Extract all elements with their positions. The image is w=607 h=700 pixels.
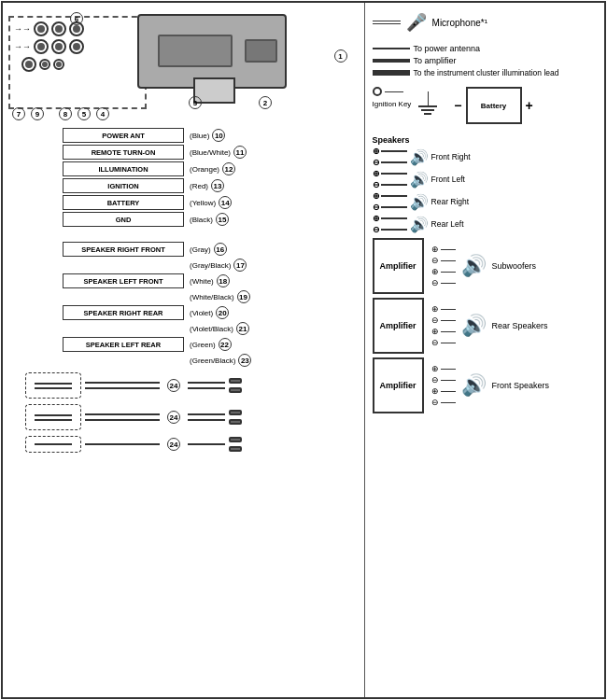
speaker-rear-left: ⊕ ⊖ 🔊 Rear Left <box>373 214 597 234</box>
illumination-label: ILLUMINATION <box>63 161 184 176</box>
battery-group: − Battery + <box>454 87 532 126</box>
legend-amplifier: To amplifier <box>373 56 597 65</box>
microphone-icon: 🎤 <box>406 12 427 33</box>
wire-spkr-rf2: (Gray/Black) 17 <box>63 259 360 272</box>
wire-battery: BATTERY (Yellow) 14 <box>63 195 360 210</box>
microphone-label: Microphone*¹ <box>432 18 487 28</box>
gnd-label: GND <box>63 212 184 227</box>
battery-label: Battery <box>481 102 507 110</box>
spkr-rr-label: SPEAKER RIGHT REAR <box>63 305 184 320</box>
microphone-row: 🎤 Microphone*¹ <box>373 12 597 33</box>
ignition-battery-section: Ignition Key − Battery + <box>373 87 597 126</box>
label-1: 1 <box>334 49 347 63</box>
rca-plugs-2 <box>229 410 242 425</box>
legend-section: To power antenna To amplifier To the ins… <box>373 44 597 77</box>
wire-gnd: GND (Black) 15 <box>63 212 360 227</box>
label-2: 2 <box>259 96 272 109</box>
legend-line-3 <box>373 70 410 76</box>
speaker-rear-right: ⊕ ⊖ 🔊 Rear Right <box>373 191 597 212</box>
power-wire-section: POWER ANT (Blue) 10 REMOTE TURN-ON (Blue… <box>63 128 360 227</box>
wire-spkr-rr2: (Violet/Black) 21 <box>63 322 360 335</box>
wire-remote: REMOTE TURN-ON (Blue/White) 11 <box>63 145 360 160</box>
spkr-rf-label: SPEAKER RIGHT FRONT <box>63 242 184 257</box>
amp-row-3: Amplifier ⊕ ⊖ ⊕ ⊖ <box>373 357 597 413</box>
ignition-key-label: Ignition Key <box>373 100 412 108</box>
mic-wire <box>373 21 401 24</box>
cd-slot <box>245 39 277 63</box>
remote-label: REMOTE TURN-ON <box>63 145 184 160</box>
rca-wire-middle-1 <box>85 382 160 389</box>
spkr-lf-label: SPEAKER LEFT FRONT <box>63 273 184 288</box>
legend-power-antenna: To power antenna <box>373 44 597 53</box>
head-unit-area: →→ →→ <box>7 10 360 122</box>
speaker-icon-rr: 🔊 <box>410 193 429 211</box>
left-panel: →→ →→ <box>3 3 365 697</box>
rca-row-1: 24 <box>25 372 360 399</box>
speaker-label-fr: Front Right <box>431 152 471 161</box>
rca-wire-middle-2 <box>85 413 160 421</box>
wire-spkr-lr2: (Green/Black) 23 <box>63 354 360 367</box>
wire-power-ant: POWER ANT (Blue) 10 <box>63 128 360 143</box>
speaker-label-fl: Front Left <box>431 175 465 184</box>
amp-row-2: Amplifier ⊕ ⊖ ⊕ ⊖ <box>373 298 597 354</box>
amp-label-3: Amplifier <box>380 381 416 390</box>
amp-label-1: Amplifier <box>380 261 416 271</box>
ignition-label: IGNITION <box>63 178 184 193</box>
legend-instrument-cluster: To the instrument cluster illumination l… <box>373 68 597 77</box>
bottom-numbers: 7 9 8 5 4 <box>12 107 109 120</box>
amp-row-1: Amplifier ⊕ ⊖ ⊕ ⊖ <box>373 238 597 294</box>
amp-speakers-icon-1: 🔊 <box>461 254 487 278</box>
wire-spkr-rf: SPEAKER RIGHT FRONT (Gray) 16 <box>63 242 360 257</box>
speaker-front-right: ⊕ ⊖ 🔊 Front Right <box>373 147 597 167</box>
power-ant-label: POWER ANT <box>63 128 184 143</box>
main-container: →→ →→ <box>1 1 606 699</box>
amp-1-connections: ⊕ ⊖ ⊕ ⊖ <box>431 245 456 287</box>
wire-ignition: IGNITION (Red) 13 <box>63 178 360 193</box>
label-3: 3 <box>189 96 202 109</box>
speaker-icon-rl: 🔊 <box>410 216 429 233</box>
speakers-section: Speakers ⊕ ⊖ 🔊 Front Right <box>373 135 597 234</box>
amp-output-2: Rear Speakers <box>492 321 548 330</box>
wire-spkr-lf2: (White/Black) 19 <box>63 290 360 303</box>
amp-output-3: Front Speakers <box>492 381 550 390</box>
speaker-front-left: ⊕ ⊖ 🔊 Front Left <box>373 169 597 189</box>
right-panel: 🎤 Microphone*¹ To power antenna To ampli… <box>365 3 604 697</box>
rca-row-3: 24 <box>25 436 360 453</box>
battery-box: Battery <box>466 87 522 124</box>
amp-2-connections: ⊕ ⊖ ⊕ ⊖ <box>431 304 456 347</box>
speakers-title: Speakers <box>373 135 597 145</box>
connector-grid: →→ →→ <box>14 21 84 72</box>
amp-output-1: Subwoofers <box>492 261 537 271</box>
amp-speakers-icon-3: 🔊 <box>461 373 487 398</box>
speaker-label-rl: Rear Left <box>431 219 464 229</box>
rca-wire-right-3 <box>188 443 225 445</box>
rca-plugs-1 <box>229 378 242 393</box>
rca-wire-middle-3 <box>85 443 160 445</box>
ignition-key-circle <box>373 87 382 96</box>
amp-box-2: Amplifier <box>373 298 424 354</box>
rca-connector-left-3 <box>25 436 81 453</box>
amp-box-1: Amplifier <box>373 238 424 294</box>
wire-spkr-lf: SPEAKER LEFT FRONT (White) 18 <box>63 273 360 288</box>
rca-plugs-3 <box>229 437 242 452</box>
speaker-label-rr: Rear Right <box>431 197 470 206</box>
wire-illumination: ILLUMINATION (Orange) 12 <box>63 161 360 176</box>
amp-3-connections: ⊕ ⊖ ⊕ ⊖ <box>431 364 456 407</box>
speaker-wire-section: SPEAKER RIGHT FRONT (Gray) 16 (Gray/Blac… <box>63 242 360 367</box>
amp-speakers-icon-2: 🔊 <box>461 314 487 338</box>
legend-line-2 <box>373 59 410 63</box>
spkr-lr-label: SPEAKER LEFT REAR <box>63 337 184 352</box>
rca-section: 24 2 <box>25 372 360 453</box>
speaker-icon-fl: 🔊 <box>410 171 429 189</box>
legend-line-1 <box>373 48 410 49</box>
rca-wire-right-1 <box>188 382 225 389</box>
amp-label-2: Amplifier <box>380 321 416 330</box>
wire-spkr-rr: SPEAKER RIGHT REAR (Violet) 20 <box>63 305 360 320</box>
wire-spkr-lr: SPEAKER LEFT REAR (Green) 22 <box>63 337 360 352</box>
label-6: 6 <box>70 12 83 25</box>
amp-box-3: Amplifier <box>373 357 424 413</box>
rca-connector-left-1 <box>25 372 81 399</box>
ignition-key-group: Ignition Key <box>373 87 412 108</box>
rca-wire-right-2 <box>188 413 225 421</box>
rca-row-2: 24 <box>25 404 360 430</box>
